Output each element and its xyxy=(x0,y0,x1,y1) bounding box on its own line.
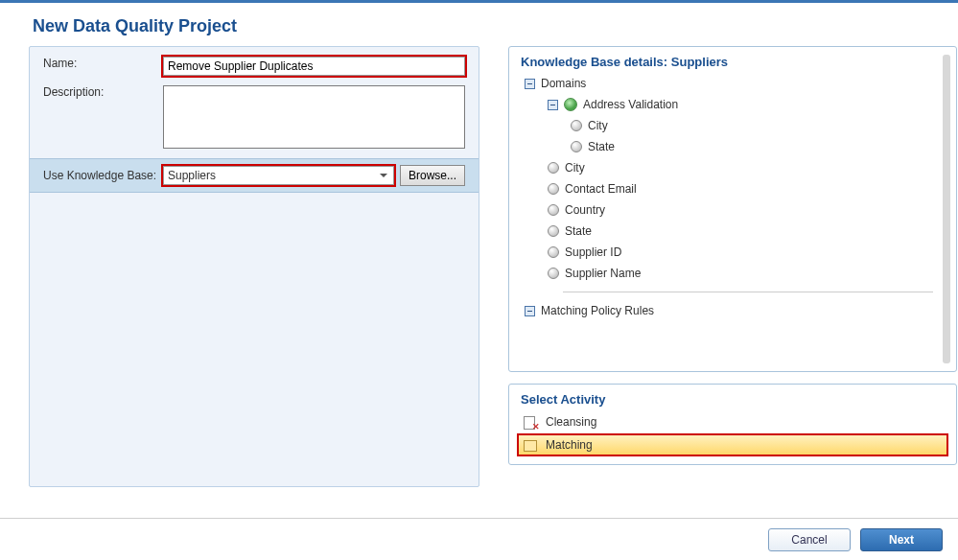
tree-label: Matching Policy Rules xyxy=(541,304,654,317)
domain-icon xyxy=(548,183,559,195)
composite-domain-icon xyxy=(564,98,577,111)
collapse-icon[interactable] xyxy=(525,79,535,89)
kb-select-value: Suppliers xyxy=(168,169,216,182)
tree-label: State xyxy=(565,224,592,238)
tree-separator xyxy=(563,292,933,292)
name-input[interactable] xyxy=(163,57,465,76)
activity-label: Cleansing xyxy=(546,415,596,429)
kb-select[interactable]: Suppliers xyxy=(163,166,394,185)
domain-icon xyxy=(548,225,559,237)
tree-node-domains[interactable]: Domains xyxy=(525,73,933,94)
cleansing-icon xyxy=(523,414,538,430)
tree-node-domain[interactable]: City xyxy=(525,115,933,136)
new-project-form-panel: Name: Description: Use Knowledge Base: S… xyxy=(29,46,479,487)
description-input[interactable] xyxy=(163,85,465,149)
scrollbar[interactable] xyxy=(943,55,950,363)
domain-icon xyxy=(548,162,559,174)
collapse-icon[interactable] xyxy=(548,100,558,110)
next-button[interactable]: Next xyxy=(860,528,943,551)
page-title: New Data Quality Project xyxy=(0,3,958,50)
tree-node-domain[interactable]: Supplier ID xyxy=(525,242,933,263)
tree-label: City xyxy=(565,161,585,175)
kb-label: Use Knowledge Base: xyxy=(43,169,163,182)
tree-label: Country xyxy=(565,203,605,217)
tree-label: Contact Email xyxy=(565,182,637,196)
right-column: Knowledge Base details: Suppliers Domain… xyxy=(508,46,957,477)
bottom-bar: Cancel Next xyxy=(0,518,958,560)
collapse-icon[interactable] xyxy=(525,306,535,316)
tree-label: Supplier ID xyxy=(565,245,621,259)
tree-label: Supplier Name xyxy=(565,267,641,280)
domain-icon xyxy=(548,268,559,279)
activity-matching[interactable]: Matching xyxy=(517,433,948,456)
domain-icon xyxy=(571,141,582,152)
tree-node-domain[interactable]: State xyxy=(525,221,933,242)
browse-button[interactable]: Browse... xyxy=(400,165,465,186)
tree-label: Address Validation xyxy=(583,98,678,111)
domain-icon xyxy=(548,204,559,216)
select-activity-title: Select Activity xyxy=(509,385,956,410)
tree-node-domain[interactable]: Contact Email xyxy=(525,178,933,199)
tree-node-domain[interactable]: Supplier Name xyxy=(525,263,933,284)
tree-node-domain[interactable]: State xyxy=(525,136,933,157)
tree-label: City xyxy=(588,119,608,132)
tree-node-composite[interactable]: Address Validation xyxy=(525,94,933,115)
name-label: Name: xyxy=(43,57,163,70)
select-activity-panel: Select Activity Cleansing Matching xyxy=(508,384,957,465)
domain-icon xyxy=(548,246,559,258)
matching-icon xyxy=(523,437,538,453)
workarea: Name: Description: Use Knowledge Base: S… xyxy=(29,46,958,512)
tree-label: Domains xyxy=(541,77,586,90)
kb-tree: Domains Address Validation City State xyxy=(509,73,956,325)
domain-icon xyxy=(571,120,582,131)
kb-details-panel: Knowledge Base details: Suppliers Domain… xyxy=(508,46,957,372)
activity-label: Matching xyxy=(546,438,593,452)
description-label: Description: xyxy=(43,85,163,99)
tree-node-matching-rules[interactable]: Matching Policy Rules xyxy=(525,300,933,321)
tree-label: State xyxy=(588,140,615,153)
cancel-button[interactable]: Cancel xyxy=(768,528,851,551)
activity-cleansing[interactable]: Cleansing xyxy=(517,410,948,433)
tree-node-domain[interactable]: City xyxy=(525,157,933,178)
tree-node-domain[interactable]: Country xyxy=(525,199,933,221)
kb-details-title: Knowledge Base details: Suppliers xyxy=(509,47,956,73)
